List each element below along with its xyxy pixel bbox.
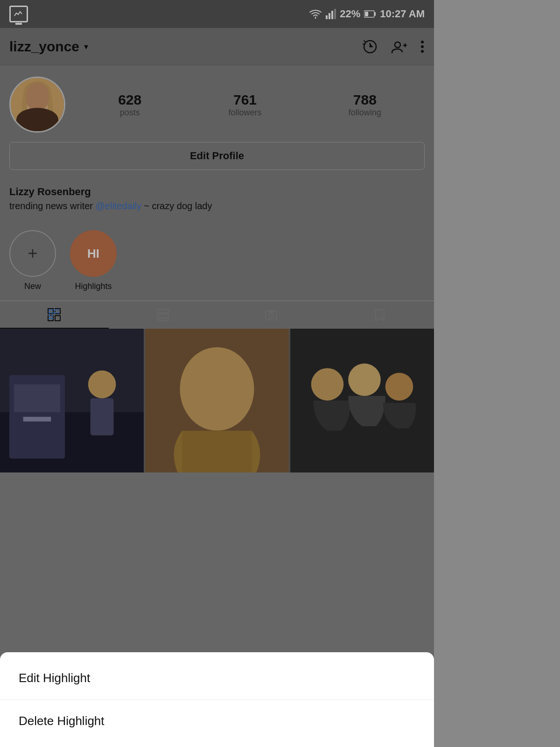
- bottom-sheet-overlay[interactable]: [0, 0, 434, 747]
- delete-highlight-button[interactable]: Delete Highlight: [0, 700, 434, 742]
- bottom-sheet: Edit Highlight Delete Highlight: [0, 652, 434, 747]
- edit-highlight-button[interactable]: Edit Highlight: [0, 657, 434, 700]
